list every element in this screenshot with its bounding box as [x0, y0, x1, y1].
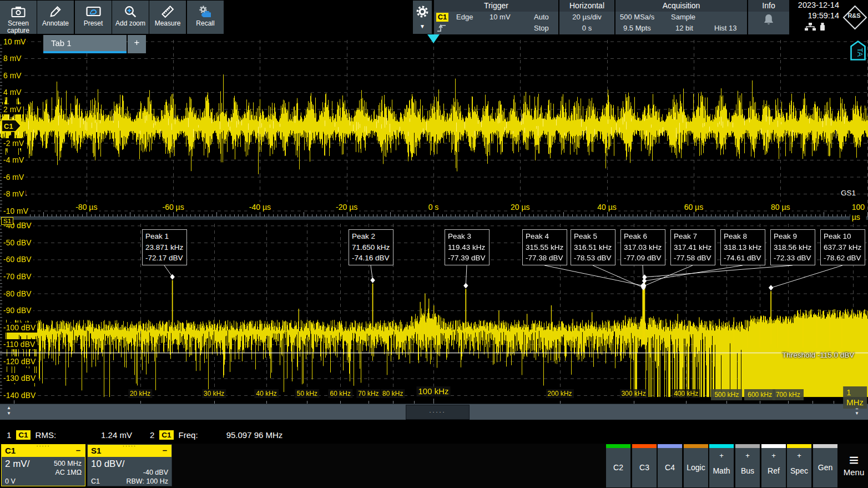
trigger-mode: Auto	[534, 12, 559, 23]
peak-name: Peak 8	[724, 231, 762, 242]
peak-label-4[interactable]: Peak 4315.55 kHz-77.38 dBV	[522, 229, 567, 265]
hamburger-icon: ≡	[840, 452, 868, 469]
channel-button-label: Logic	[684, 463, 708, 472]
toolbar-button-add-zoom[interactable]: Add zoom	[112, 1, 149, 34]
toolbar-button-recall[interactable]: Recall	[187, 1, 224, 34]
channel-c1-minimize-button[interactable]: –	[76, 445, 80, 455]
peak-label-8[interactable]: Peak 8318.13 kHz-74.61 dBV	[720, 229, 765, 265]
channel-c1-offset: 0 V	[5, 477, 16, 485]
peak-level: -74.16 dBV	[352, 253, 390, 264]
spectrum-x-tick: 300 kHz	[620, 389, 648, 398]
trigger-level: 10 mV	[489, 12, 534, 23]
peak-level: -77.58 dBV	[674, 253, 712, 264]
acquisition-mode: Sample	[671, 12, 714, 23]
spectrum-x-tick: 600 kHz	[744, 389, 775, 400]
spectrum-y-tick: -70 dBV	[2, 271, 33, 281]
info-panel[interactable]: Info	[748, 0, 789, 34]
peak-level: -77.09 dBV	[624, 253, 662, 264]
time-x-tick: -20 µs	[334, 202, 359, 212]
add-icon: +	[735, 451, 760, 460]
trigger-position-marker[interactable]	[427, 34, 440, 43]
top-toolbar: Screen captureAnnotatePresetAdd zoomMeas…	[0, 0, 868, 34]
peak-name: Peak 6	[624, 231, 662, 242]
acquisition-panel[interactable]: Acquisition 500 MSa/s Sample 9.5 Mpts 12…	[615, 0, 747, 34]
channel-c1-marker[interactable]: C1	[1, 119, 22, 134]
acquisition-history: Hist 13	[714, 23, 750, 34]
acquisition-record-length: 9.5 Mpts	[620, 23, 671, 34]
channel-button-c3[interactable]: C3	[632, 444, 657, 487]
menu-button[interactable]: ≡ Menu	[840, 444, 868, 487]
time-y-tick: -8 mV	[2, 189, 26, 199]
channel-c1-coupling: AC 1MΩ	[55, 469, 82, 476]
horizontal-scrollbar[interactable]: ▲▼ ····· ▲▼	[0, 404, 868, 420]
channel-button-math[interactable]: +Math	[709, 444, 734, 487]
spectrum-x-tick: 20 kHz	[128, 389, 152, 398]
bell-icon	[763, 13, 775, 28]
peak-label-1[interactable]: Peak 123.871 kHz-72.17 dBV	[142, 229, 187, 265]
spectrum-x-tick: 100 kHz	[416, 386, 450, 396]
toolbar-button-annotate[interactable]: Annotate	[37, 1, 74, 34]
toolbar-button-preset[interactable]: Preset	[75, 1, 112, 34]
time-y-tick: 2 mV	[2, 104, 23, 114]
peak-label-10[interactable]: Peak 10637.37 kHz-78.62 dBV	[820, 229, 865, 265]
peak-label-7[interactable]: Peak 7317.41 kHz-77.58 dBV	[670, 229, 715, 265]
channel-box-s1[interactable]: ····· S1 – 10 dBV/ -40 dBV C1 RBW: 100 H…	[87, 444, 172, 486]
add-icon: +	[761, 451, 786, 460]
horizontal-panel[interactable]: Horizontal 20 µs/div 0 s	[559, 0, 614, 34]
acquisition-title: Acquisition	[615, 0, 747, 12]
toolbar-button-screen-capture[interactable]: Screen capture	[0, 1, 37, 34]
channel-button-label: Math	[709, 466, 734, 475]
channel-button-c2[interactable]: C2	[606, 444, 630, 487]
peak-frequency: 317.03 kHz	[624, 242, 662, 253]
spectrum-y-tick: -140 dBV	[2, 390, 37, 400]
plot-splitter[interactable]	[0, 217, 868, 220]
svg-text:TA: TA	[856, 48, 864, 57]
peak-name: Peak 1	[145, 231, 184, 242]
clock[interactable]: 2023-12-14 19:59:14	[790, 0, 840, 34]
trigger-annotation-badge[interactable]: TA	[850, 41, 866, 63]
channel-color-stripe	[606, 444, 630, 448]
channel-color-stripe	[761, 444, 786, 448]
channel-button-bus[interactable]: +Bus	[735, 444, 760, 487]
spectrum-y-tick: -130 dBV	[2, 373, 37, 383]
channel-button-spec[interactable]: +Spec	[787, 444, 811, 487]
peak-label-9[interactable]: Peak 9318.56 kHz-72.33 dBV	[770, 229, 815, 265]
peak-label-3[interactable]: Peak 3119.43 kHz-77.39 dBV	[445, 229, 489, 265]
peak-label-5[interactable]: Peak 5316.51 kHz-78.53 dBV	[571, 229, 615, 265]
gate-label-right: GS1	[840, 189, 857, 197]
settings-button[interactable]: ▼	[413, 1, 432, 34]
trigger-title: Trigger	[434, 0, 558, 12]
time-x-tick: 40 µs	[596, 202, 618, 212]
spectrum-s1-scale: 10 dBV/	[91, 459, 125, 470]
time-domain-plot[interactable]	[0, 34, 868, 217]
trigger-panel[interactable]: Trigger C1 Edge 10 mV Auto Stop	[434, 0, 558, 34]
add-tab-button[interactable]: +	[128, 35, 146, 53]
toolbar-button-measure[interactable]: Measure	[149, 1, 186, 34]
spectrum-x-tick: 50 kHz	[295, 389, 319, 398]
channel-button-c4[interactable]: C4	[658, 444, 682, 487]
measurement-2-index: 2	[150, 430, 154, 440]
peak-name: Peak 9	[774, 231, 812, 242]
channel-button-logic[interactable]: Logic	[684, 444, 708, 487]
peak-label-6[interactable]: Peak 6317.03 kHz-77.09 dBV	[620, 229, 665, 265]
channel-box-c1[interactable]: ····· C1 – 2 mV/ 500 MHz AC 1MΩ 0 V	[1, 444, 85, 486]
measurement-1-source-badge: C1	[16, 430, 30, 440]
spectrum-x-tick: 400 kHz	[672, 389, 700, 398]
spectrum-s1-ref-level: -40 dBV	[143, 469, 168, 476]
toolbar-button-label: Preset	[75, 20, 112, 27]
time-y-tick: -6 mV	[2, 172, 26, 182]
tab-tab1[interactable]: Tab 1	[43, 35, 127, 53]
measurement-2-source-badge: C1	[159, 430, 173, 440]
spectrum-x-tick: 30 kHz	[202, 389, 226, 398]
time-x-tick: 100 µs	[850, 202, 866, 222]
channel-button-gen[interactable]: Gen	[813, 444, 837, 487]
peak-label-2[interactable]: Peak 271.650 kHz-74.16 dBV	[349, 229, 393, 265]
scrollbar-handle[interactable]: ·····	[406, 405, 470, 420]
time-x-tick: 0 s	[427, 202, 441, 212]
time-x-tick: -40 µs	[248, 202, 272, 212]
scroll-arrows-left[interactable]: ▲▼	[7, 406, 11, 416]
spectrum-s1-tag[interactable]: S1	[1, 217, 13, 225]
channel-button-label: C3	[632, 463, 657, 472]
spectrum-s1-minimize-button[interactable]: –	[163, 445, 167, 455]
channel-button-ref[interactable]: +Ref	[761, 444, 786, 487]
